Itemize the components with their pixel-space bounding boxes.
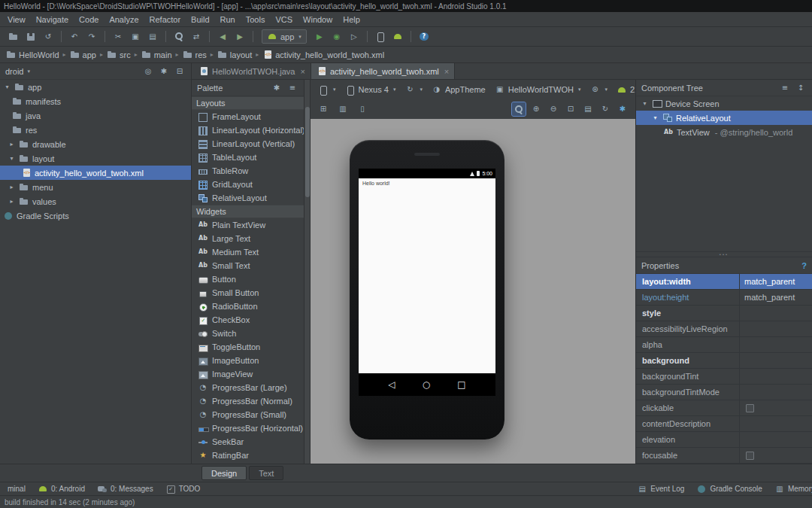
palette-item-switch[interactable]: Switch — [192, 327, 304, 340]
zoom-fit-button[interactable]: ⊡ — [564, 102, 577, 116]
breadcrumb-item-main[interactable]: main — [141, 50, 172, 59]
chevron-down-icon[interactable]: ▾ — [8, 155, 16, 162]
property-row-layout-height[interactable]: layout:heightmatch_parent — [636, 290, 812, 306]
menu-item-help[interactable]: Help — [338, 14, 365, 26]
property-row-style[interactable]: style — [636, 306, 812, 321]
palette-item-linearlayout-vertical[interactable]: LinearLayout (Vertical) — [192, 137, 304, 151]
save-all-button[interactable] — [23, 29, 38, 44]
breadcrumb-item-activity-hello-world-twoh-xml[interactable]: activity_hello_world_twoh.xml — [262, 50, 384, 59]
component-tree-item-device-screen[interactable]: ▾Device Screen — [636, 96, 812, 111]
chevron-right-icon[interactable]: ▸ — [8, 198, 16, 205]
grid-mode-button[interactable]: ⊞ — [317, 102, 330, 116]
project-tree-item-manifests[interactable]: manifests — [0, 94, 191, 108]
property-row-alpha[interactable]: alpha — [636, 337, 812, 353]
palette-item-tablelayout[interactable]: TableLayout — [192, 151, 304, 164]
palette-item-medium-text[interactable]: AbMedium Text — [192, 245, 304, 259]
palette-group-widgets[interactable]: Widgets — [192, 205, 304, 218]
menu-item-vcs[interactable]: VCS — [270, 14, 298, 26]
property-row-layout-width[interactable]: layout:widthmatch_parent — [636, 274, 812, 290]
back-button[interactable]: ◀ — [215, 29, 230, 44]
run-config-selector[interactable]: app▾ — [262, 29, 307, 44]
breadcrumb-item-app[interactable]: app — [70, 50, 96, 59]
cut-button[interactable]: ✂ — [111, 29, 126, 44]
project-tree-item-values[interactable]: ▸values — [0, 194, 191, 208]
palette-item-small-text[interactable]: AbSmall Text — [192, 259, 304, 272]
palette-item-button[interactable]: Button — [192, 272, 304, 286]
palette-item-linearlayout-horizontal[interactable]: LinearLayout (Horizontal) — [192, 123, 304, 137]
checkbox[interactable] — [746, 452, 754, 460]
avd-button[interactable] — [373, 29, 388, 44]
component-tree-item-textview[interactable]: AbTextView- @string/hello_world — [636, 125, 812, 139]
toolwindow-gradle-console[interactable]: Gradle Console — [690, 482, 768, 495]
copy-button[interactable]: ▣ — [128, 29, 143, 44]
menu-item-view[interactable]: View — [2, 14, 31, 26]
chevron-down-icon[interactable]: ▾ — [641, 100, 649, 107]
frame-mode-button[interactable]: ▯ — [356, 102, 369, 116]
redo-button[interactable]: ↷ — [84, 29, 99, 44]
collapse-all-button[interactable]: ⊟ — [174, 65, 186, 78]
project-tree-item-gradle-scripts[interactable]: Gradle Scripts — [0, 208, 191, 223]
theme-selector[interactable]: ◑AppTheme — [432, 85, 486, 95]
find-button[interactable] — [171, 29, 186, 44]
palette-item-relativelayout[interactable]: RelativeLayout — [192, 191, 304, 205]
chevron-down-icon[interactable]: ▾ — [3, 84, 11, 90]
api-version-selector[interactable]: 21▾ — [617, 85, 635, 95]
zoom-in-button[interactable]: ⊕ — [529, 102, 543, 116]
property-row-backgroundtintmode[interactable]: backgroundTintMode — [636, 385, 812, 400]
toolwindow-todo[interactable]: TODO — [159, 482, 207, 495]
palette-item-tablerow[interactable]: TableRow — [192, 164, 304, 178]
breadcrumb-item-res[interactable]: res — [183, 50, 207, 59]
tab-design[interactable]: Design — [201, 466, 247, 480]
device-selector[interactable]: Nexus 4▾ — [345, 85, 396, 95]
menu-item-analyze[interactable]: Analyze — [104, 14, 144, 26]
export-button[interactable]: ▤ — [581, 102, 595, 116]
palette-item-framelayout[interactable]: FrameLayout — [192, 110, 304, 123]
undo-button[interactable]: ↶ — [67, 29, 82, 44]
breadcrumb-item-layout[interactable]: layout — [217, 50, 252, 59]
property-row-focusable[interactable]: focusable — [636, 448, 812, 464]
checkbox[interactable] — [746, 404, 754, 412]
palette-item-togglebutton[interactable]: ToggleButton — [192, 340, 304, 354]
palette-item-seekbar[interactable]: SeekBar — [192, 435, 304, 449]
project-view-selector[interactable]: droid ▾ — [5, 67, 30, 76]
property-row-backgroundtint[interactable]: backgroundTint — [636, 369, 812, 385]
palette-item-radiobutton[interactable]: RadioButton — [192, 300, 304, 313]
close-icon[interactable]: × — [300, 67, 304, 76]
help-button[interactable]: ? — [801, 261, 807, 270]
palette-group-layouts[interactable]: Layouts — [192, 96, 304, 110]
activity-selector[interactable]: ▣HelloWorldTWOH▾ — [495, 85, 581, 95]
palette-item-small-button[interactable]: Small Button — [192, 286, 304, 300]
menu-item-window[interactable]: Window — [298, 14, 338, 26]
sync-button[interactable]: ↺ — [41, 29, 56, 44]
open-button[interactable] — [6, 29, 21, 44]
orientation-selector[interactable]: ↻▾ — [404, 85, 423, 95]
help-button[interactable] — [417, 29, 432, 44]
property-row-elevation[interactable]: elevation — [636, 432, 812, 448]
forward-button[interactable]: ▶ — [232, 29, 247, 44]
replace-button[interactable]: ⇄ — [189, 29, 204, 44]
menu-item-run[interactable]: Run — [215, 14, 241, 26]
chevron-down-icon[interactable]: ▾ — [651, 114, 659, 121]
component-tree-item-relativelayout[interactable]: ▾RelativeLayout — [636, 111, 812, 125]
expand-button[interactable]: ↕ — [795, 82, 807, 94]
debug-button[interactable]: ◉ — [329, 29, 344, 44]
paste-button[interactable]: ▤ — [145, 29, 160, 44]
editor-tab-activity-hello-world-twoh-xml[interactable]: activity_hello_world_twoh.xml× — [311, 63, 455, 79]
menu-item-build[interactable]: Build — [186, 14, 214, 26]
project-tree-item-drawable[interactable]: ▸drawable — [0, 137, 191, 151]
palette-item-ratingbar[interactable]: ★RatingBar — [192, 449, 304, 462]
menu-item-code[interactable]: Code — [74, 14, 104, 26]
property-row-accessibilityliveregion[interactable]: accessibilityLiveRegion — [636, 321, 812, 337]
menu-item-refactor[interactable]: Refactor — [144, 14, 186, 26]
project-tree-item-app[interactable]: ▾app — [0, 80, 191, 94]
toolwindow-0-android[interactable]: 0: Android — [32, 482, 91, 495]
property-row-contentdescription[interactable]: contentDescription — [636, 416, 812, 432]
palette-scrollbar[interactable] — [304, 80, 311, 464]
tab-text[interactable]: Text — [249, 466, 283, 480]
toolwindow-memory[interactable]: ▥Memory — [768, 482, 812, 495]
chevron-right-icon[interactable]: ▸ — [8, 184, 16, 190]
palette-item-plain-textview[interactable]: AbPlain TextView — [192, 218, 304, 232]
pan-zoom-button[interactable] — [512, 102, 526, 116]
sdk-button[interactable] — [390, 29, 405, 44]
palette-item-imagebutton[interactable]: ImageButton — [192, 354, 304, 367]
